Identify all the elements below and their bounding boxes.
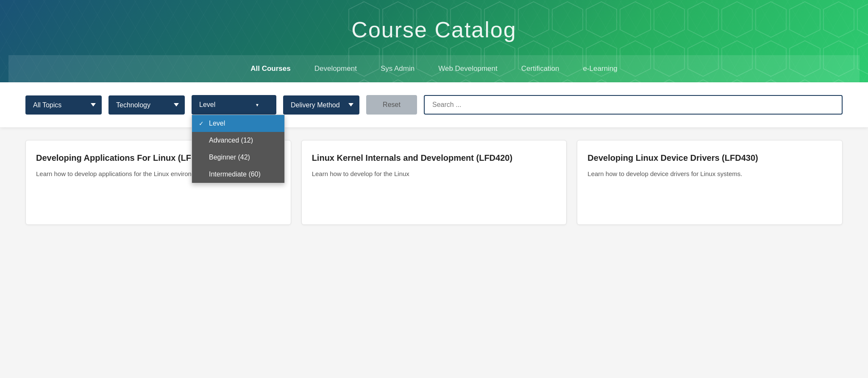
filter-bar: All Topics Technology Level ▼ ✓ Level Ad…	[0, 82, 868, 127]
check-icon: ✓	[199, 120, 206, 127]
level-trigger-label: Level	[199, 101, 215, 109]
level-option-label-1: Advanced (12)	[209, 137, 253, 144]
technology-select[interactable]: Technology	[108, 95, 185, 115]
nav-item-all-courses[interactable]: All Courses	[239, 62, 302, 76]
courses-grid: Developing Applications For Linux (LFD40…	[0, 127, 868, 238]
topics-select[interactable]: All Topics	[25, 95, 102, 115]
category-nav: All CoursesDevelopmentSys AdminWeb Devel…	[8, 55, 860, 82]
course-title: Linux Kernel Internals and Development (…	[312, 152, 556, 163]
page-title: Course Catalog	[8, 17, 860, 55]
level-option-label-0: Level	[209, 120, 225, 127]
course-card: Developing Linux Device Drivers (LFD430)…	[577, 140, 843, 225]
course-description: Learn how to develop for the Linux	[312, 169, 556, 179]
chevron-down-icon: ▼	[255, 103, 259, 107]
course-card: Linux Kernel Internals and Development (…	[301, 140, 567, 225]
delivery-select[interactable]: Delivery Method	[283, 95, 359, 115]
level-dropdown-trigger[interactable]: Level ▼	[192, 95, 276, 115]
level-option-label-2: Beginner (42)	[209, 154, 250, 161]
hero-section: Course Catalog All CoursesDevelopmentSys…	[0, 0, 868, 82]
nav-item-development[interactable]: Development	[303, 62, 369, 76]
search-input[interactable]	[424, 95, 843, 115]
course-title: Developing Linux Device Drivers (LFD430)	[587, 152, 832, 163]
level-dropdown-wrapper: Level ▼ ✓ Level Advanced (12) Beginner (…	[192, 95, 276, 115]
course-description: Learn how to develop device drivers for …	[587, 169, 832, 179]
nav-item-certification[interactable]: Certification	[509, 62, 571, 76]
level-option-advanced[interactable]: Advanced (12)	[192, 132, 284, 149]
level-dropdown-menu: ✓ Level Advanced (12) Beginner (42) Inte…	[192, 115, 285, 183]
level-option-level[interactable]: ✓ Level	[192, 115, 284, 132]
level-option-intermediate[interactable]: Intermediate (60)	[192, 166, 284, 183]
nav-item-e-learning[interactable]: e-Learning	[571, 62, 629, 76]
level-option-label-3: Intermediate (60)	[209, 171, 261, 178]
nav-item-web-development[interactable]: Web Development	[426, 62, 509, 76]
nav-item-sys-admin[interactable]: Sys Admin	[369, 62, 426, 76]
level-option-beginner[interactable]: Beginner (42)	[192, 149, 284, 166]
reset-button[interactable]: Reset	[366, 95, 417, 115]
